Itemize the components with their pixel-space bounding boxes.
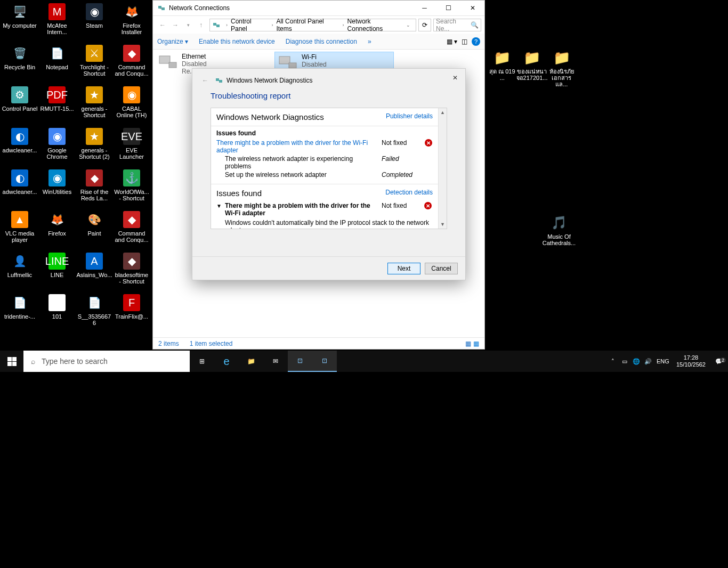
close-button[interactable]: ✕ — [447, 71, 463, 85]
diagnose-button[interactable]: Diagnose this connection — [286, 38, 357, 45]
desktop-icon[interactable]: ◉CABAL Online (TH) — [113, 84, 150, 126]
battery-icon[interactable]: ▭ — [619, 358, 630, 365]
desktop-icon[interactable]: ★generals - Shortcut — [76, 84, 113, 126]
breadcrumb-item[interactable]: All Control Panel Items — [276, 18, 339, 33]
desktop-icon[interactable]: AAslains_Wo... — [76, 250, 113, 292]
edge-taskbar-icon[interactable]: e — [214, 351, 239, 372]
help-icon[interactable]: ? — [472, 37, 480, 46]
back-button[interactable]: ← — [202, 77, 208, 84]
up-button[interactable]: ↑ — [195, 19, 207, 31]
desktop-icon[interactable]: 🖥️My computer — [1, 1, 38, 43]
desktop-icon[interactable]: ⚙Control Panel — [1, 84, 38, 126]
action-center-button[interactable]: 💬 2 — [710, 358, 728, 365]
desktop-icon[interactable]: 🎨Paint — [76, 209, 113, 250]
titlebar[interactable]: Network Connections ─ ☐ ✕ — [153, 1, 484, 15]
section-title: Issues found — [216, 189, 262, 198]
desktop-icon[interactable]: 👤Luffmellic — [1, 250, 38, 292]
page-heading: Troubleshooting report — [211, 91, 447, 100]
desktop-icon[interactable]: ◐adwcleaner... — [1, 126, 38, 167]
selection-count: 1 item selected — [190, 340, 233, 347]
wizard-title: Windows Network Diagnostics — [227, 77, 312, 84]
desktop-icon[interactable]: 📄Notepad — [38, 43, 76, 84]
notification-badge: 2 — [720, 358, 726, 363]
desktop-icon[interactable]: 📁สุด ณ 019 ... — [488, 47, 516, 87]
desktop-icon[interactable]: ◉WinUtilities — [38, 167, 76, 209]
search-input[interactable]: Search Ne... 🔍 — [433, 19, 481, 31]
tray-overflow-button[interactable]: ˄ — [607, 358, 619, 365]
refresh-button[interactable]: ⟳ — [418, 19, 431, 31]
desktop-icon[interactable]: ▬101 — [38, 292, 76, 334]
desktop-icon[interactable]: 🦊Firefox Installer — [113, 1, 150, 43]
back-button[interactable]: ← — [156, 19, 169, 31]
minimize-button[interactable]: ─ — [412, 1, 436, 15]
desktop-icon[interactable]: ◆Rise of the Reds La... — [76, 167, 113, 209]
expand-caret[interactable]: ▼ — [216, 202, 225, 209]
task-view-button[interactable]: ⊞ — [190, 351, 214, 372]
desktop-icon[interactable]: ◆bladesoftime - Shortcut — [113, 250, 150, 292]
close-button[interactable]: ✕ — [460, 1, 484, 15]
volume-icon[interactable]: 🔊 — [642, 358, 654, 365]
desktop-icon[interactable]: 📁ห้องนิรภัย เอกสารแล... — [547, 47, 576, 87]
issue-link[interactable]: There might be a problem with the driver… — [216, 139, 382, 154]
publisher-details-link[interactable]: Publisher details — [386, 112, 433, 121]
desktop-icon[interactable]: 📄tridentine-... — [1, 292, 38, 334]
breadcrumb-item[interactable]: Network Connections — [347, 18, 406, 33]
search-icon: 🔍 — [471, 21, 479, 29]
desktop-icon[interactable]: EVEEVE Launcher — [113, 126, 150, 167]
mail-taskbar-icon[interactable]: ✉ — [263, 351, 288, 372]
desktop-icon[interactable]: ◉Steam — [76, 1, 113, 43]
detection-details-link[interactable]: Detection details — [385, 189, 433, 198]
more-button[interactable]: » — [368, 38, 371, 45]
network-tray-icon[interactable]: 🌐 — [630, 358, 642, 365]
control-panel-icon — [212, 21, 221, 29]
svg-rect-7 — [279, 56, 290, 64]
taskbar-search-input[interactable]: ⌕ Type here to search — [23, 351, 190, 372]
desktop-icon[interactable]: ◉Google Chrome — [38, 126, 76, 167]
desktop-icon[interactable]: 🗑️Recycle Bin — [1, 43, 38, 84]
desktop-icon[interactable]: LINELINE — [38, 250, 76, 292]
desktop-icon[interactable]: FTrainFlix@... — [113, 292, 150, 334]
forward-button[interactable]: → — [169, 19, 182, 31]
adapter-status: Disabled — [182, 60, 272, 68]
desktop-icon[interactable]: ◐adwcleaner... — [1, 167, 38, 209]
search-placeholder: Type here to search — [42, 357, 108, 366]
breadcrumb-item[interactable]: Control Panel — [231, 18, 268, 33]
desktop-icon[interactable]: ★generals - Shortcut (2) — [76, 126, 113, 167]
desktop-icon[interactable]: ⚓WorldOfWa... - Shortcut — [113, 167, 150, 209]
issues-found-label: Issues found — [216, 129, 433, 137]
scroll-down-button[interactable]: ▼ — [439, 220, 447, 229]
next-button[interactable]: Next — [387, 263, 420, 274]
scrollbar[interactable]: ▲ ▼ — [438, 108, 447, 229]
view-options-button[interactable]: ▦ ▾ — [447, 38, 457, 45]
desktop-icon[interactable]: MMcAfee Intern... — [38, 1, 76, 43]
start-button[interactable] — [0, 351, 23, 372]
language-indicator[interactable]: ENG — [654, 358, 672, 364]
search-placeholder: Search Ne... — [436, 18, 471, 33]
enable-device-button[interactable]: Enable this network device — [199, 38, 275, 45]
issue-title: There might be a problem with the driver… — [225, 202, 382, 217]
breadcrumb[interactable]: ›Control Panel ›All Control Panel Items … — [209, 19, 416, 31]
large-icons-view-button[interactable]: ▦ — [473, 340, 479, 347]
desktop-icon[interactable]: ◆Command and Conqu... — [113, 43, 150, 84]
organize-menu[interactable]: Organize ▾ — [157, 38, 188, 45]
running-app-1[interactable]: ⊡ — [288, 351, 312, 372]
scroll-up-button[interactable]: ▲ — [439, 108, 447, 117]
desktop-icon[interactable]: PDFRMUTT-15... — [38, 84, 76, 126]
desktop-icon[interactable]: ◆Command and Conqu... — [113, 209, 150, 250]
desktop-icon[interactable]: ⚔Torchlight - Shortcut — [76, 43, 113, 84]
desktop-icon[interactable]: 📁ของแน่หนา จอ217201... — [516, 47, 548, 87]
recent-dropdown[interactable]: ▾ — [182, 19, 195, 31]
toolbar: Organize ▾ Enable this network device Di… — [153, 34, 484, 50]
desktop-icon[interactable]: 📄S__35356676 — [76, 292, 113, 334]
file-explorer-taskbar-icon[interactable]: 📁 — [239, 351, 263, 372]
running-app-2[interactable]: ⊡ — [312, 351, 337, 372]
details-view-button[interactable]: ▦ — [465, 340, 471, 347]
preview-pane-button[interactable]: ◫ — [462, 38, 467, 45]
desktop-icon[interactable]: 🎵Music Of Cathedrals... — [540, 212, 578, 246]
desktop-icon[interactable]: 🦊Firefox — [38, 209, 76, 250]
diagnostics-icon — [215, 76, 223, 85]
desktop-icon[interactable]: ▲VLC media player — [1, 209, 38, 250]
maximize-button[interactable]: ☐ — [436, 1, 460, 15]
cancel-button[interactable]: Cancel — [425, 263, 458, 274]
clock[interactable]: 17:28 15/10/2562 — [672, 354, 710, 368]
